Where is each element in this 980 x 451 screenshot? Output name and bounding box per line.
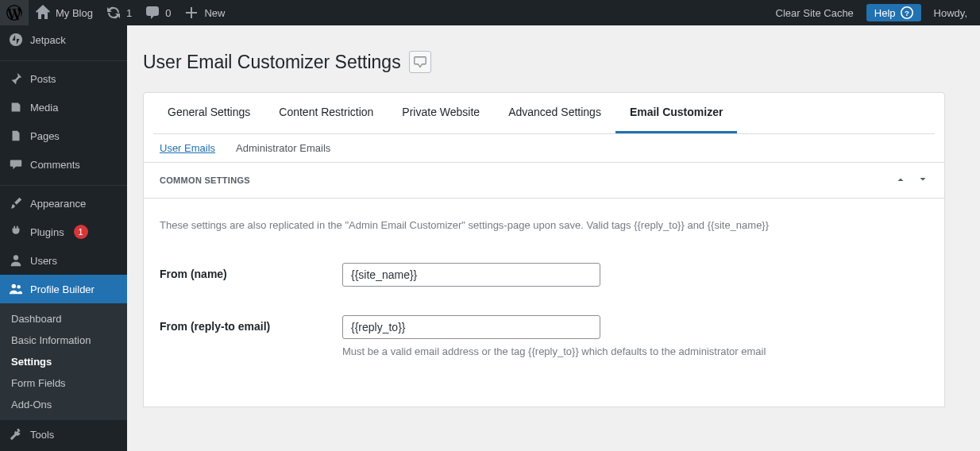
sidebar-item-label: Posts	[30, 73, 56, 85]
svg-point-5	[17, 285, 21, 289]
sidebar-item-posts[interactable]: Posts	[0, 64, 127, 93]
brush-icon	[8, 195, 24, 211]
site-name-link[interactable]: My Blog	[29, 0, 99, 25]
help-icon: ?	[901, 6, 913, 19]
updates-count: 1	[126, 7, 132, 19]
from-reply-input[interactable]	[342, 315, 600, 339]
clear-cache-link[interactable]: Clear Site Cache	[770, 0, 860, 25]
chevron-up-icon[interactable]	[895, 174, 906, 187]
sidebar-item-appearance[interactable]: Appearance	[0, 189, 127, 218]
help-button[interactable]: Help ?	[860, 0, 928, 25]
update-icon	[106, 5, 122, 21]
comments-count: 0	[165, 7, 171, 19]
sidebar-item-label: Users	[30, 255, 57, 267]
admin-sidebar: Jetpack Posts Media Pages Comments Appea…	[0, 25, 127, 439]
from-name-label: From (name)	[160, 263, 342, 280]
jetpack-icon	[8, 32, 24, 48]
page-title: User Email Customizer Settings	[143, 52, 401, 73]
submenu-addons[interactable]: Add-Ons	[0, 394, 127, 415]
sidebar-item-users[interactable]: Users	[0, 246, 127, 275]
from-reply-row: From (reply-to email) Must be a valid em…	[160, 315, 928, 357]
from-reply-help: Must be a valid email address or the tag…	[342, 345, 928, 357]
from-name-input[interactable]	[342, 263, 600, 287]
plug-icon	[8, 224, 24, 240]
plugins-update-badge: 1	[74, 225, 88, 239]
subtab-user-emails[interactable]: User Emails	[160, 142, 215, 154]
wrench-icon	[8, 426, 24, 439]
profile-builder-submenu: Dashboard Basic Information Settings For…	[0, 303, 127, 420]
docs-link[interactable]	[409, 51, 431, 73]
site-name: My Blog	[56, 7, 93, 19]
menu-separator	[0, 57, 127, 61]
sidebar-item-comments[interactable]: Comments	[0, 150, 127, 179]
pages-icon	[8, 128, 24, 144]
new-label: New	[204, 7, 225, 19]
sidebar-item-label: Media	[30, 102, 58, 114]
svg-point-3	[14, 255, 18, 260]
media-icon	[8, 99, 24, 115]
submenu-settings[interactable]: Settings	[0, 351, 127, 372]
sidebar-item-tools[interactable]: Tools	[0, 420, 127, 439]
menu-separator	[0, 182, 127, 186]
sidebar-item-jetpack[interactable]: Jetpack	[0, 25, 127, 54]
common-settings-panel: Common Settings These settings are also …	[143, 163, 945, 407]
tab-general[interactable]: General Settings	[153, 93, 264, 133]
submenu-dashboard[interactable]: Dashboard	[0, 308, 127, 330]
comments-icon	[8, 156, 24, 172]
subtab-admin-emails[interactable]: Administrator Emails	[236, 142, 330, 154]
panel-description: These settings are also replicated in th…	[160, 219, 928, 231]
sidebar-item-plugins[interactable]: Plugins 1	[0, 218, 127, 246]
tab-email-customizer[interactable]: Email Customizer	[615, 93, 737, 133]
sidebar-item-profile-builder[interactable]: Profile Builder	[0, 275, 127, 303]
user-icon	[8, 252, 24, 268]
new-content-link[interactable]: New	[177, 0, 231, 25]
home-icon	[35, 5, 51, 21]
comments-link[interactable]: 0	[138, 0, 177, 25]
sidebar-item-label: Profile Builder	[30, 283, 95, 295]
svg-point-4	[12, 284, 16, 288]
submenu-form-fields[interactable]: Form Fields	[0, 372, 127, 394]
tab-advanced[interactable]: Advanced Settings	[494, 93, 615, 133]
sidebar-item-label: Plugins	[30, 226, 64, 238]
settings-tabs: General Settings Content Restriction Pri…	[143, 92, 945, 163]
plus-icon	[183, 5, 199, 21]
sidebar-item-media[interactable]: Media	[0, 93, 127, 121]
wordpress-icon	[6, 5, 22, 21]
tab-private-website[interactable]: Private Website	[388, 93, 494, 133]
wp-logo[interactable]	[0, 0, 29, 25]
admin-bar: My Blog 1 0 New Clear Site Cache Hel	[0, 0, 980, 25]
chevron-down-icon[interactable]	[917, 174, 928, 187]
profile-builder-icon	[8, 281, 24, 297]
from-reply-label: From (reply-to email)	[160, 315, 342, 333]
svg-text:?: ?	[905, 9, 909, 17]
tab-content-restriction[interactable]: Content Restriction	[264, 93, 388, 133]
sidebar-item-label: Appearance	[30, 198, 86, 210]
comment-icon	[145, 5, 160, 21]
sidebar-item-pages[interactable]: Pages	[0, 121, 127, 150]
updates-link[interactable]: 1	[99, 0, 138, 25]
sidebar-item-label: Comments	[30, 159, 80, 171]
page-title-wrap: User Email Customizer Settings	[143, 51, 945, 73]
main-content: User Email Customizer Settings General S…	[127, 25, 961, 439]
howdy-link[interactable]: Howdy,	[928, 0, 974, 25]
panel-title: Common Settings	[160, 175, 250, 185]
from-name-row: From (name)	[160, 263, 928, 287]
sidebar-item-label: Tools	[30, 429, 54, 440]
svg-point-2	[10, 33, 22, 46]
submenu-basic-info[interactable]: Basic Information	[0, 330, 127, 351]
pin-icon	[8, 71, 24, 87]
sidebar-item-label: Pages	[30, 130, 60, 142]
sidebar-item-label: Jetpack	[30, 34, 66, 46]
panel-header[interactable]: Common Settings	[144, 163, 944, 199]
speech-bubble-icon	[413, 55, 427, 69]
